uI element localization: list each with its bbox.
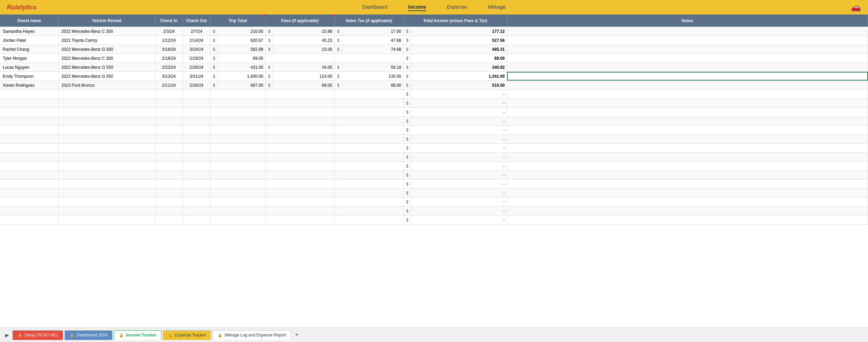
tab-expense-tracker[interactable]: 🔒Expense Tracker [163, 330, 211, 340]
cell-trip-empty [210, 126, 266, 134]
cell-notes-empty[interactable] [507, 171, 868, 179]
cell-notes[interactable] [507, 63, 868, 72]
tab-income-tracker[interactable]: 🔒Income Tracker [114, 330, 161, 340]
table-row[interactable]: Jordan Patel 2021 Toyota Camry 1/12/24 2… [0, 36, 868, 45]
cell-notes-empty[interactable] [507, 198, 868, 206]
table-row[interactable]: Rachel Chang 2022 Mercedes-Benz G 550 3/… [0, 45, 868, 54]
cell-income-empty: $ - [404, 216, 507, 224]
cell-income-empty: $ - [404, 207, 507, 215]
cell-income: $ 89.00 [404, 54, 507, 63]
tab-dashboard-2024[interactable]: 🔒Dashboard 2024 [65, 330, 112, 340]
cell-notes-empty[interactable] [507, 153, 868, 161]
cell-notes-empty[interactable] [507, 99, 868, 107]
cell-fees-empty [266, 99, 335, 107]
cell-vehicle-empty [59, 189, 155, 197]
table-row-empty[interactable]: $ - [0, 135, 868, 144]
table-row[interactable]: Lucas Nguyen 2022 Mercedes-Benz G 550 2/… [0, 63, 868, 72]
table-row[interactable]: Tyler Morgan 2022 Mercedes-Benz C 300 2/… [0, 54, 868, 63]
cell-notes-empty[interactable] [507, 144, 868, 152]
cell-income-empty: $ - [404, 144, 507, 152]
nav-expense[interactable]: Expense [447, 4, 467, 11]
cell-checkin-empty [155, 162, 183, 170]
cell-trip-empty [210, 135, 266, 143]
table-row-empty[interactable]: $ - [0, 216, 868, 225]
dollar-sign: $ [266, 81, 273, 89]
dollar-sign: $ [404, 144, 411, 152]
table-row-empty[interactable]: $ - [0, 90, 868, 99]
cell-notes-empty[interactable] [507, 135, 868, 143]
car-icon: 🚗 [851, 2, 861, 12]
table-row-empty[interactable]: $ - [0, 126, 868, 135]
table-row[interactable]: Xavier Rodriguez 2023 Ford Bronco 2/11/2… [0, 81, 868, 90]
cell-fees-empty [266, 153, 335, 161]
cell-notes[interactable] [507, 45, 868, 54]
cell-notes-empty[interactable] [507, 216, 868, 224]
tab-label: Dashboard 2024 [77, 333, 107, 338]
cell-notes-empty[interactable] [507, 126, 868, 134]
cell-notes-empty[interactable] [507, 207, 868, 215]
dollar-sign: $ [404, 99, 411, 107]
nav-income[interactable]: Income [408, 4, 426, 11]
header-tax: Sales Tax (if applicable) [335, 15, 404, 27]
income-value: 485.31 [411, 47, 507, 52]
cell-notes[interactable] [507, 81, 868, 89]
dollar-sign: $ [404, 153, 411, 161]
cell-notes[interactable] [507, 36, 868, 45]
cell-income-empty: $ - [404, 162, 507, 170]
cell-checkin: 2/23/24 [155, 63, 183, 72]
tax-value: 56.18 [342, 65, 403, 70]
cell-notes-empty[interactable] [507, 189, 868, 197]
dollar-sign: $ [404, 216, 411, 224]
cell-notes-empty[interactable] [507, 162, 868, 170]
cell-trip-empty [210, 99, 266, 107]
table-row[interactable]: Emily Thompson 2022 Mercedes-Benz G 550 … [0, 72, 868, 81]
cell-vehicle-empty [59, 171, 155, 179]
cell-fees-empty [266, 135, 335, 143]
table-row-empty[interactable]: $ - [0, 153, 868, 162]
table-row-empty[interactable]: $ - [0, 189, 868, 198]
cell-trip-empty [210, 162, 266, 170]
cell-notes-empty[interactable] [507, 180, 868, 188]
cell-notes[interactable] [507, 54, 868, 63]
cell-guest: Lucas Nguyen [0, 63, 59, 72]
table-row[interactable]: Samantha Hayes 2022 Mercedes-Benz C 300 … [0, 27, 868, 36]
table-row-empty[interactable]: $ - [0, 99, 868, 108]
nav-links: Dashboard Income Expense Mileage [362, 4, 506, 11]
cell-income-empty: $ - [404, 189, 507, 197]
table-row-empty[interactable]: $ - [0, 144, 868, 153]
cell-trip-empty [210, 216, 266, 224]
table-row-empty[interactable]: $ - [0, 198, 868, 207]
table-row-empty[interactable]: $ - [0, 117, 868, 126]
cell-notes-empty[interactable] [507, 117, 868, 125]
income-dash: - [411, 191, 507, 196]
cell-notes-empty[interactable] [507, 90, 868, 98]
table-row-empty[interactable]: $ - [0, 108, 868, 117]
dollar-sign: $ [404, 72, 411, 80]
cell-vehicle-empty [59, 117, 155, 125]
dollar-sign: $ [404, 171, 411, 179]
table-row-empty[interactable]: $ - [0, 162, 868, 171]
cell-notes[interactable] [507, 72, 868, 80]
table-row-empty[interactable]: $ - [0, 171, 868, 180]
add-sheet-button[interactable]: + [293, 331, 301, 339]
cell-trip-total: $ 582.99 [210, 45, 266, 54]
tab-setup-(read-me)[interactable]: 🔒Setup (READ ME) [12, 330, 63, 340]
cell-fees-empty [266, 171, 335, 179]
cell-vehicle-empty [59, 126, 155, 134]
dollar-sign: $ [266, 27, 273, 36]
nav-dashboard[interactable]: Dashboard [362, 4, 387, 11]
cell-income: $ 485.31 [404, 45, 507, 54]
cell-tax: $17.00 [335, 27, 404, 36]
cell-checkout-empty [183, 162, 210, 170]
table-row-empty[interactable]: $ - [0, 207, 868, 216]
cell-notes[interactable] [507, 27, 868, 36]
cell-notes-empty[interactable] [507, 108, 868, 116]
cell-tax-empty [335, 99, 404, 107]
data-rows: Samantha Hayes 2022 Mercedes-Benz C 300 … [0, 27, 868, 225]
tab-scroll-left[interactable]: ▶ [3, 331, 11, 339]
tab-mileage-log-and-expense-report[interactable]: 🔒Mileage Log and Expense Report [213, 330, 291, 340]
income-dash: - [411, 164, 507, 169]
nav-mileage[interactable]: Mileage [488, 4, 506, 11]
cell-vehicle: 2022 Mercedes-Benz G 550 [59, 45, 155, 54]
table-row-empty[interactable]: $ - [0, 180, 868, 189]
